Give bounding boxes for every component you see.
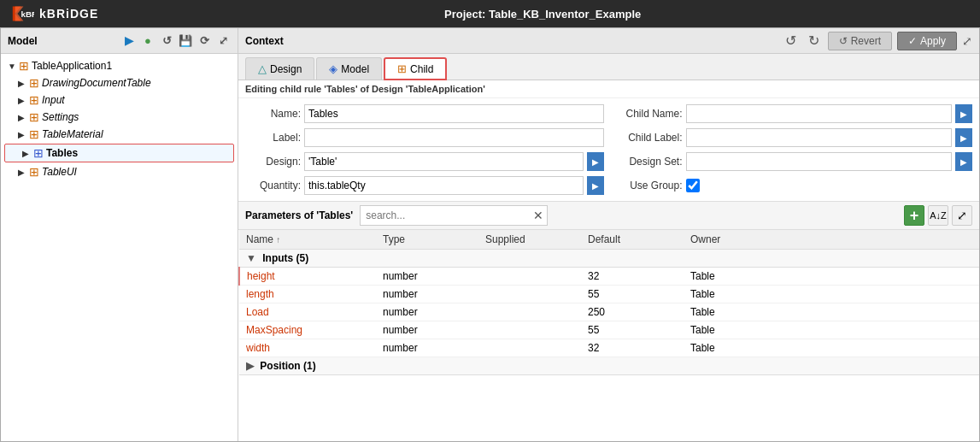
cell-name-load: Load [239,304,376,321]
child-name-input[interactable] [686,104,953,123]
save-icon[interactable]: 💾 [178,33,193,49]
use-group-label: Use Group: [614,180,683,192]
design-set-input[interactable] [686,152,953,171]
cell-name-length: length [239,286,376,304]
group-row-inputs[interactable]: ▼ Inputs (5) [239,250,979,268]
form-row-quantity: Quantity: ▶ [245,175,604,196]
tree-toggle-tableui[interactable]: ▶ [18,168,26,177]
cell-owner-maxspacing: Table [684,321,979,339]
model-tree: ▼ ⊞ TableApplication1 ▶ ⊞ DrawingDocumen… [1,54,238,441]
col-header-type[interactable]: Type [376,230,478,250]
cell-owner-height: Table [684,268,979,286]
group-toggle-inputs[interactable]: ▼ [246,252,256,264]
tab-model[interactable]: ◈ Model [316,57,382,80]
tree-item-tableui[interactable]: ▶ ⊞ TableUI [1,163,238,180]
table-row-width: width number 32 Table [239,339,979,357]
cell-type-load: number [376,304,478,321]
design-input[interactable] [304,152,584,171]
tree-item-tablematerial[interactable]: ▶ ⊞ TableMaterial [1,126,238,143]
group-label-position: Position (1) [260,360,315,372]
design-set-select-button[interactable]: ▶ [955,152,972,171]
tree-label-tableapp: TableApplication1 [32,60,112,72]
cell-type-height: number [376,268,478,286]
model-toolbar: ▶ ● ↺ 💾 ⟳ ⤢ [121,33,231,49]
tree-toggle-tables[interactable]: ▶ [22,149,31,158]
undo-icon[interactable]: ↺ [159,33,174,49]
label-input[interactable] [304,128,604,147]
tree-toggle-drawing[interactable]: ▶ [18,79,26,88]
expand-model-icon[interactable]: ⤢ [215,33,231,49]
child-name-select-button[interactable]: ▶ [955,104,972,123]
design-label: Design: [245,156,301,168]
cell-type-maxspacing: number [376,321,478,339]
group-toggle-position[interactable]: ▶ [246,360,254,372]
params-table-area: Name ↑ Type Supplied Default Owner ▼ Inp… [238,230,979,441]
cell-supplied-length [478,286,581,304]
add-param-button[interactable]: + [904,205,924,226]
tree-toggle-input[interactable]: ▶ [18,96,26,105]
cell-type-width: number [376,339,478,357]
tree-label-settings: Settings [42,111,79,123]
refresh-icon[interactable]: ⟳ [197,33,212,49]
revert-button[interactable]: ↺ Revert [828,32,892,50]
cell-owner-width: Table [684,339,979,357]
form-row-childlabel: Child Label: ▶ [614,127,973,148]
play-icon[interactable]: ▶ [121,33,137,49]
form-row-usegroup: Use Group: [614,175,973,196]
context-title: Context [245,35,284,47]
expand-context-icon[interactable]: ⤢ [962,34,972,48]
redo-context-button[interactable]: ↻ [805,31,823,50]
quantity-select-button[interactable]: ▶ [587,176,604,195]
design-set-label: Design Set: [614,156,683,168]
tab-model-label: Model [341,63,369,75]
expand-params-button[interactable]: ⤢ [952,205,972,226]
col-header-supplied[interactable]: Supplied [478,230,581,250]
undo-context-button[interactable]: ↺ [782,31,800,50]
sort-az-button[interactable]: A↓Z [928,205,948,226]
tree-icon-tableui: ⊞ [29,165,39,179]
cell-supplied-width [478,339,581,357]
revert-label: Revert [851,35,881,47]
params-header: Parameters of 'Tables' ✕ + A↓Z ⤢ [238,201,979,230]
form-row-label: Label: [245,127,604,148]
design-select-button[interactable]: ▶ [587,152,604,171]
col-header-owner[interactable]: Owner [684,230,979,250]
child-name-label: Child Name: [614,108,683,120]
tree-toggle-tablematerial[interactable]: ▶ [18,130,26,139]
group-row-position[interactable]: ▶ Position (1) [239,357,979,375]
cell-owner-load: Table [684,304,979,321]
use-group-checkbox[interactable] [686,179,700,192]
child-label-input[interactable] [686,128,953,147]
tree-item-drawing[interactable]: ▶ ⊞ DrawingDocumentTable [1,74,238,91]
search-box: ✕ [360,205,548,226]
tree-item-tableapp[interactable]: ▼ ⊞ TableApplication1 [1,57,238,74]
quantity-input[interactable] [304,176,584,195]
search-clear-button[interactable]: ✕ [530,209,547,222]
tab-child[interactable]: ⊞ Child [384,57,447,80]
logo: kBRiDGE kBRiDGE [10,3,98,24]
col-header-default[interactable]: Default [581,230,684,250]
form-row-designset: Design Set: ▶ [614,151,973,172]
col-header-name[interactable]: Name ↑ [239,230,376,250]
tree-icon-tablematerial: ⊞ [29,127,39,141]
child-label-select-button[interactable]: ▶ [955,128,972,147]
search-input[interactable] [361,208,530,223]
tree-label-tables: Tables [46,147,78,159]
tree-toggle-tableapp[interactable]: ▼ [8,62,16,71]
form-row-childname: Child Name: ▶ [614,103,973,124]
quantity-label: Quantity: [245,180,301,192]
context-header: Context ↺ ↻ ↺ Revert ✓ Apply ⤢ [238,28,979,54]
tree-item-input[interactable]: ▶ ⊞ Input [1,91,238,109]
circle-icon[interactable]: ● [140,33,156,49]
name-input[interactable] [304,104,604,123]
cell-default-load: 250 [581,304,684,321]
tab-design-label: Design [270,63,302,75]
apply-label: Apply [920,35,946,47]
cell-default-width: 32 [581,339,684,357]
apply-button[interactable]: ✓ Apply [897,32,957,50]
tab-design[interactable]: △ Design [245,57,314,80]
params-actions: + A↓Z ⤢ [904,205,972,226]
tree-item-settings[interactable]: ▶ ⊞ Settings [1,109,238,126]
tree-toggle-settings[interactable]: ▶ [18,113,26,122]
tree-item-tables[interactable]: ▶ ⊞ Tables [4,144,234,162]
